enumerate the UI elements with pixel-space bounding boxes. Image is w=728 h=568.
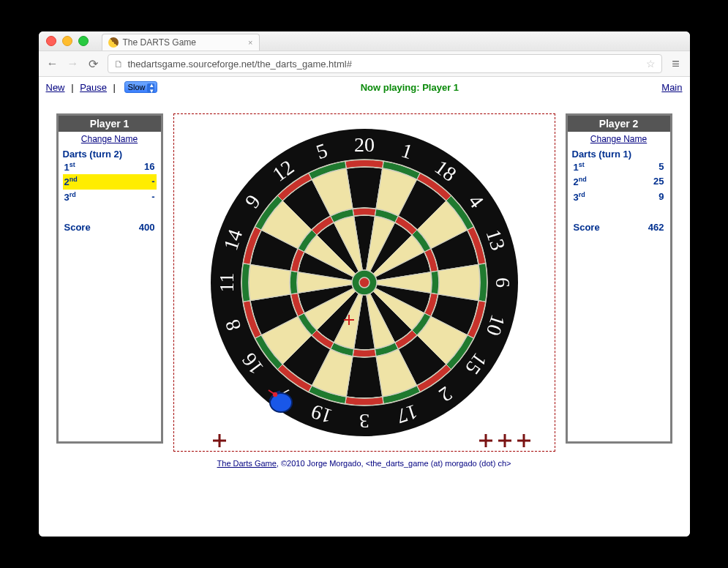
player1-throw-value: 16 <box>144 161 154 173</box>
chevron-updown-icon: ▴▾ <box>150 82 154 94</box>
close-window-icon[interactable] <box>46 36 56 46</box>
player2-throw-value: 9 <box>658 191 664 203</box>
browser-menu-icon[interactable]: ≡ <box>669 56 683 72</box>
back-icon[interactable]: ← <box>46 57 59 70</box>
player1-throw-row: 3rd- <box>63 190 157 204</box>
window-buttons <box>46 36 89 46</box>
forward-icon: → <box>67 57 80 70</box>
game-top-controls: New | Pause | Slow ▴▾ Now playing: Playe… <box>39 77 690 96</box>
reload-icon[interactable]: ⟳ <box>87 57 100 71</box>
player1-panel: Player 1 Change Name Darts (turn 2) 1st1… <box>56 113 163 444</box>
game-wrap: Player 1 Change Name Darts (turn 2) 1st1… <box>39 113 690 456</box>
player2-title: Player 2 <box>568 116 670 132</box>
dartboard-area[interactable]: 2011841361015217319716811149125 <box>173 113 555 452</box>
page-icon: 🗋 <box>114 59 124 70</box>
new-game-link[interactable]: New <box>46 82 65 93</box>
svg-point-26 <box>359 277 369 288</box>
browser-window: The DARTS Game × ← → ⟳ 🗋 thedartsgame.so… <box>39 31 690 537</box>
player1-turn-label: Darts (turn 2) <box>63 149 157 160</box>
speed-value: Slow <box>128 83 146 91</box>
page: New | Pause | Slow ▴▾ Now playing: Playe… <box>39 77 690 537</box>
tab-favicon-icon <box>108 37 119 48</box>
bookmark-star-icon[interactable]: ☆ <box>646 58 656 70</box>
titlebar: The DARTS Game × <box>39 31 690 51</box>
page-footer: The Darts Game, ©2010 Jorge Morgado, <th… <box>39 456 690 475</box>
player1-title: Player 1 <box>59 116 161 132</box>
board-number: 11 <box>214 273 237 293</box>
now-playing: Now playing: Player 1 <box>157 82 661 93</box>
player1-score-row: Score 400 <box>63 220 157 234</box>
player2-score: 462 <box>648 222 664 233</box>
player2-throw-value: 5 <box>658 161 664 173</box>
player2-throw-row: 1st5 <box>572 160 666 174</box>
player1-throw-value: - <box>151 176 154 187</box>
player2-throw-row: 3rd9 <box>572 190 666 204</box>
dartboard[interactable]: 2011841361015217319716811149125 <box>203 122 525 444</box>
pause-link[interactable]: Pause <box>80 82 107 93</box>
player1-throw-row: 1st16 <box>63 160 157 174</box>
player2-throw-row: 2nd25 <box>572 174 666 189</box>
p2-remaining-dart-icon <box>517 434 530 447</box>
main-link[interactable]: Main <box>661 82 682 93</box>
close-tab-icon[interactable]: × <box>248 37 252 48</box>
player1-throw-value: - <box>151 191 154 203</box>
p2-remaining-dart-icon <box>479 434 492 447</box>
url-text: thedartsgame.sourceforge.net/the_darts_g… <box>128 59 352 70</box>
throwing-hand-icon <box>265 385 296 416</box>
fullscreen-window-icon[interactable] <box>78 36 89 46</box>
browser-toolbar: ← → ⟳ 🗋 thedartsgame.sourceforge.net/the… <box>39 51 690 77</box>
player2-score-row: Score 462 <box>572 220 666 234</box>
url-bar[interactable]: 🗋 thedartsgame.sourceforge.net/the_darts… <box>108 54 662 73</box>
speed-select[interactable]: Slow ▴▾ <box>124 81 158 93</box>
board-number: 20 <box>354 133 375 156</box>
svg-line-29 <box>269 390 275 395</box>
p2-remaining-dart-icon <box>498 434 511 447</box>
player2-turn-label: Darts (turn 1) <box>572 149 666 160</box>
player1-score: 400 <box>139 222 155 233</box>
board-number: 3 <box>359 410 369 433</box>
player2-change-name[interactable]: Change Name <box>568 132 670 146</box>
browser-tab[interactable]: The DARTS Game × <box>102 34 260 51</box>
player1-throw-row: 2nd- <box>63 174 157 189</box>
p1-remaining-dart-icon <box>213 434 226 447</box>
board-number: 6 <box>491 277 514 288</box>
player2-throw-value: 25 <box>653 176 664 187</box>
tab-title: The DARTS Game <box>123 37 196 48</box>
aim-crosshair-icon <box>344 315 354 325</box>
player1-change-name[interactable]: Change Name <box>59 132 161 146</box>
footer-link[interactable]: The Darts Game <box>217 459 277 468</box>
player2-panel: Player 2 Change Name Darts (turn 1) 1st5… <box>566 113 672 444</box>
minimize-window-icon[interactable] <box>62 36 72 46</box>
